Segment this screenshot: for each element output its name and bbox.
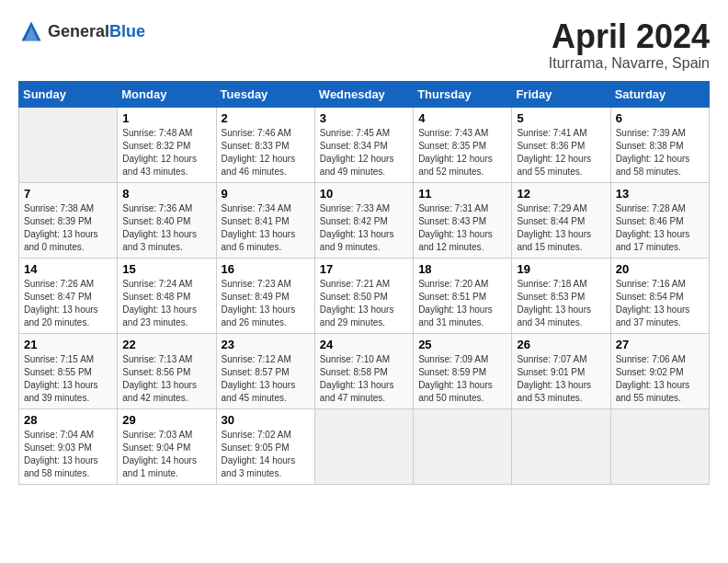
day-info: Sunrise: 7:43 AMSunset: 8:35 PMDaylight:… — [418, 127, 506, 178]
day-number: 8 — [122, 187, 210, 201]
weekday-header-friday: Friday — [512, 81, 610, 107]
month-title: April 2024 — [549, 18, 710, 55]
day-info: Sunrise: 7:23 AMSunset: 8:49 PMDaylight:… — [222, 278, 310, 329]
weekday-header-monday: Monday — [118, 81, 216, 107]
calendar-cell: 22Sunrise: 7:13 AMSunset: 8:56 PMDayligh… — [118, 333, 216, 408]
calendar-cell: 6Sunrise: 7:39 AMSunset: 8:38 PMDaylight… — [610, 107, 709, 182]
calendar-cell — [414, 408, 512, 484]
day-number: 1 — [122, 111, 210, 125]
day-number: 17 — [320, 262, 408, 276]
calendar-cell: 2Sunrise: 7:46 AMSunset: 8:33 PMDaylight… — [216, 107, 314, 182]
calendar-week-5: 28Sunrise: 7:04 AMSunset: 9:03 PMDayligh… — [19, 408, 710, 484]
day-info: Sunrise: 7:12 AMSunset: 8:57 PMDaylight:… — [222, 353, 310, 405]
day-info: Sunrise: 7:38 AMSunset: 8:39 PMDaylight:… — [24, 202, 112, 254]
day-number: 7 — [24, 187, 112, 201]
day-info: Sunrise: 7:03 AMSunset: 9:04 PMDaylight:… — [122, 429, 210, 480]
day-info: Sunrise: 7:41 AMSunset: 8:36 PMDaylight:… — [517, 127, 605, 178]
day-number: 14 — [24, 262, 112, 276]
weekday-header-row: SundayMondayTuesdayWednesdayThursdayFrid… — [19, 81, 710, 107]
calendar-cell: 24Sunrise: 7:10 AMSunset: 8:58 PMDayligh… — [314, 333, 413, 408]
day-info: Sunrise: 7:36 AMSunset: 8:40 PMDaylight:… — [122, 202, 210, 254]
calendar-cell: 30Sunrise: 7:02 AMSunset: 9:05 PMDayligh… — [216, 408, 314, 484]
day-info: Sunrise: 7:04 AMSunset: 9:03 PMDaylight:… — [24, 429, 112, 480]
day-info: Sunrise: 7:39 AMSunset: 8:38 PMDaylight:… — [616, 127, 704, 178]
weekday-header-sunday: Sunday — [19, 81, 118, 107]
day-info: Sunrise: 7:28 AMSunset: 8:46 PMDaylight:… — [616, 202, 704, 254]
day-number: 12 — [517, 187, 605, 201]
day-info: Sunrise: 7:21 AMSunset: 8:50 PMDaylight:… — [320, 278, 408, 329]
day-info: Sunrise: 7:29 AMSunset: 8:44 PMDaylight:… — [517, 202, 605, 254]
day-number: 13 — [616, 187, 704, 201]
logo: GeneralBlue — [18, 18, 145, 44]
day-number: 3 — [320, 111, 408, 125]
day-number: 6 — [616, 111, 704, 125]
calendar-cell: 25Sunrise: 7:09 AMSunset: 8:59 PMDayligh… — [414, 333, 512, 408]
day-number: 22 — [122, 338, 210, 351]
day-number: 11 — [418, 187, 506, 201]
calendar-cell: 18Sunrise: 7:20 AMSunset: 8:51 PMDayligh… — [414, 258, 512, 333]
day-number: 5 — [517, 111, 605, 125]
calendar-cell: 28Sunrise: 7:04 AMSunset: 9:03 PMDayligh… — [19, 408, 118, 484]
calendar-cell: 29Sunrise: 7:03 AMSunset: 9:04 PMDayligh… — [118, 408, 216, 484]
day-info: Sunrise: 7:24 AMSunset: 8:48 PMDaylight:… — [122, 278, 210, 329]
day-number: 19 — [517, 262, 605, 276]
weekday-header-thursday: Thursday — [414, 81, 512, 107]
calendar-week-4: 21Sunrise: 7:15 AMSunset: 8:55 PMDayligh… — [19, 333, 710, 408]
calendar-cell: 26Sunrise: 7:07 AMSunset: 9:01 PMDayligh… — [512, 333, 610, 408]
logo-text: GeneralBlue — [48, 22, 145, 41]
calendar-cell: 23Sunrise: 7:12 AMSunset: 8:57 PMDayligh… — [216, 333, 314, 408]
calendar-cell: 14Sunrise: 7:26 AMSunset: 8:47 PMDayligh… — [19, 258, 118, 333]
day-info: Sunrise: 7:48 AMSunset: 8:32 PMDaylight:… — [122, 127, 210, 178]
calendar-cell: 16Sunrise: 7:23 AMSunset: 8:49 PMDayligh… — [216, 258, 314, 333]
day-number: 20 — [616, 262, 704, 276]
calendar-cell: 1Sunrise: 7:48 AMSunset: 8:32 PMDaylight… — [118, 107, 216, 182]
calendar-cell: 15Sunrise: 7:24 AMSunset: 8:48 PMDayligh… — [118, 258, 216, 333]
calendar-cell: 9Sunrise: 7:34 AMSunset: 8:41 PMDaylight… — [216, 182, 314, 258]
calendar-cell — [610, 408, 709, 484]
day-number: 10 — [320, 187, 408, 201]
day-info: Sunrise: 7:13 AMSunset: 8:56 PMDaylight:… — [122, 353, 210, 405]
day-number: 27 — [616, 338, 704, 351]
day-info: Sunrise: 7:06 AMSunset: 9:02 PMDaylight:… — [616, 353, 704, 405]
page-header: GeneralBlue April 2024 Iturrama, Navarre… — [18, 18, 710, 72]
day-number: 23 — [222, 338, 310, 351]
calendar-cell — [314, 408, 413, 484]
calendar-cell: 12Sunrise: 7:29 AMSunset: 8:44 PMDayligh… — [512, 182, 610, 258]
weekday-header-tuesday: Tuesday — [216, 81, 314, 107]
day-info: Sunrise: 7:07 AMSunset: 9:01 PMDaylight:… — [517, 353, 605, 405]
day-info: Sunrise: 7:33 AMSunset: 8:42 PMDaylight:… — [320, 202, 408, 254]
day-number: 29 — [122, 413, 210, 427]
day-info: Sunrise: 7:34 AMSunset: 8:41 PMDaylight:… — [222, 202, 310, 254]
calendar-cell — [19, 107, 118, 182]
day-number: 24 — [320, 338, 408, 351]
day-number: 15 — [122, 262, 210, 276]
calendar-cell: 17Sunrise: 7:21 AMSunset: 8:50 PMDayligh… — [314, 258, 413, 333]
weekday-header-saturday: Saturday — [610, 81, 709, 107]
day-number: 18 — [418, 262, 506, 276]
day-info: Sunrise: 7:18 AMSunset: 8:53 PMDaylight:… — [517, 278, 605, 329]
day-number: 26 — [517, 338, 605, 351]
calendar-week-1: 1Sunrise: 7:48 AMSunset: 8:32 PMDaylight… — [19, 107, 710, 182]
day-number: 25 — [418, 338, 506, 351]
title-block: April 2024 Iturrama, Navarre, Spain — [549, 18, 710, 72]
day-info: Sunrise: 7:16 AMSunset: 8:54 PMDaylight:… — [616, 278, 704, 329]
day-number: 2 — [222, 111, 310, 125]
day-info: Sunrise: 7:15 AMSunset: 8:55 PMDaylight:… — [24, 353, 112, 405]
day-info: Sunrise: 7:20 AMSunset: 8:51 PMDaylight:… — [418, 278, 506, 329]
calendar-cell: 10Sunrise: 7:33 AMSunset: 8:42 PMDayligh… — [314, 182, 413, 258]
logo-icon — [18, 18, 44, 44]
calendar-week-3: 14Sunrise: 7:26 AMSunset: 8:47 PMDayligh… — [19, 258, 710, 333]
day-number: 30 — [222, 413, 310, 427]
weekday-header-wednesday: Wednesday — [314, 81, 413, 107]
logo-blue: Blue — [109, 22, 145, 40]
calendar-table: SundayMondayTuesdayWednesdayThursdayFrid… — [18, 81, 710, 485]
calendar-cell: 8Sunrise: 7:36 AMSunset: 8:40 PMDaylight… — [118, 182, 216, 258]
calendar-cell — [512, 408, 610, 484]
calendar-cell: 21Sunrise: 7:15 AMSunset: 8:55 PMDayligh… — [19, 333, 118, 408]
day-number: 16 — [222, 262, 310, 276]
calendar-week-2: 7Sunrise: 7:38 AMSunset: 8:39 PMDaylight… — [19, 182, 710, 258]
calendar-cell: 4Sunrise: 7:43 AMSunset: 8:35 PMDaylight… — [414, 107, 512, 182]
calendar-cell: 27Sunrise: 7:06 AMSunset: 9:02 PMDayligh… — [610, 333, 709, 408]
day-number: 9 — [222, 187, 310, 201]
day-info: Sunrise: 7:45 AMSunset: 8:34 PMDaylight:… — [320, 127, 408, 178]
